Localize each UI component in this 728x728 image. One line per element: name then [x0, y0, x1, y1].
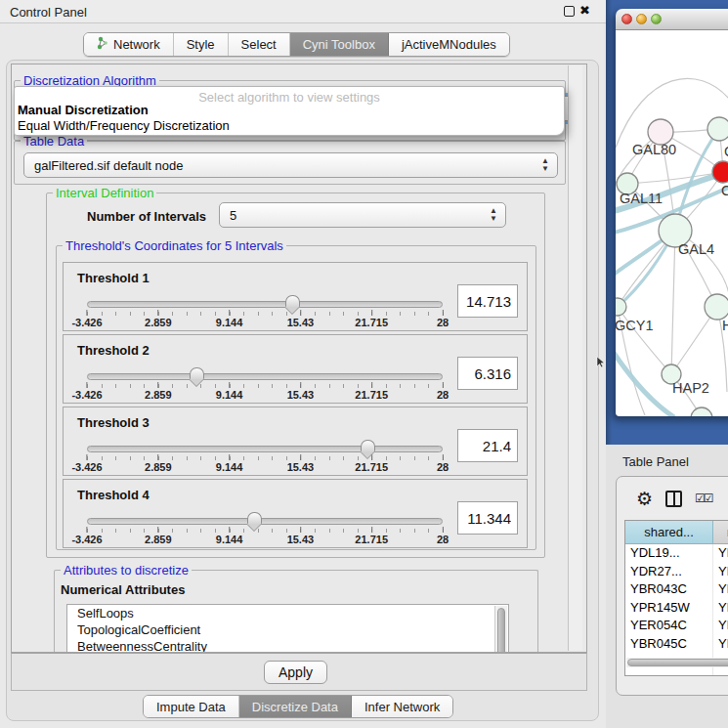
network-node[interactable] [705, 294, 728, 320]
cell-shared-name[interactable]: YBR043C [625, 580, 713, 599]
table-data-combobox[interactable]: galFiltered.sif default node ▲▼ [23, 152, 558, 178]
cell-name[interactable]: YBR0 [713, 635, 728, 654]
threshold-value-input[interactable] [457, 501, 518, 535]
algorithm-dropdown-popup: Select algorithm to view settings Manual… [14, 86, 565, 136]
cell-name[interactable]: YBR0 [713, 580, 728, 599]
tab-cyni-toolbox[interactable]: Cyni Toolbox [290, 33, 389, 56]
cell-shared-name[interactable]: YPR145W [625, 599, 713, 618]
tab-select[interactable]: Select [229, 33, 290, 56]
threshold-slider[interactable]: -3.4262.8599.14415.4321.71528 [87, 367, 443, 401]
numerical-attributes-list[interactable]: SelfLoopsTopologicalCoefficientBetweenne… [66, 604, 509, 653]
bottom-tabstrip: Impute Data Discretize Data Infer Networ… [143, 695, 453, 718]
float-window-icon[interactable] [564, 6, 575, 17]
network-edge-thick[interactable] [616, 353, 674, 416]
mac-zoom-button[interactable] [651, 14, 662, 24]
slider-tick-label: 2.859 [145, 527, 172, 545]
column-header-name[interactable]: na [713, 521, 728, 544]
network-node[interactable] [691, 407, 712, 416]
cell-name[interactable]: YLR3 [713, 671, 728, 676]
cell-shared-name[interactable]: YDL19... [625, 544, 713, 563]
network-edge[interactable] [671, 231, 675, 374]
network-node[interactable] [712, 161, 728, 183]
dropdown-option-equal-width[interactable]: Equal Width/Frequency Discretization [15, 118, 564, 134]
table-row[interactable]: YPR145WYPR1 [625, 599, 728, 618]
slider-thumb[interactable] [190, 367, 204, 379]
close-icon[interactable]: ✖ [579, 3, 590, 18]
threshold-slider[interactable]: -3.4262.8599.14415.4321.71528 [87, 440, 443, 473]
slider-tick-label: 2.859 [145, 310, 172, 328]
network-view-window[interactable]: GAL80GACGAL11GAL4GCY1HHAP2 [616, 9, 728, 416]
threshold-slider[interactable]: -3.4262.8599.14415.4321.71528 [87, 295, 443, 328]
select-columns-icon[interactable]: ☑☑ [695, 492, 712, 505]
slider-tick-label: 21.715 [355, 310, 388, 328]
threshold-value-input[interactable] [457, 357, 518, 390]
threshold-value-input[interactable] [457, 429, 518, 462]
column-header-shared[interactable]: shared... [625, 521, 713, 544]
threshold-value-input[interactable] [457, 284, 518, 318]
attribute-list-item[interactable]: BetweennessCentrality [67, 638, 508, 653]
threshold-label: Threshold 4 [77, 488, 150, 502]
cell-shared-name[interactable]: YDR27... [625, 563, 713, 581]
cell-name[interactable]: YPR1 [713, 599, 728, 618]
table-row[interactable]: YBR043CYBR0 [625, 580, 728, 599]
scrollbar-thumb[interactable] [497, 608, 505, 653]
mac-minimize-button[interactable] [636, 14, 647, 24]
apply-button[interactable]: Apply [264, 661, 327, 684]
slider-tick-label: 15.43 [287, 382, 315, 401]
table-data-value: galFiltered.sif default node [34, 158, 183, 173]
tab-infer-network[interactable]: Infer Network [352, 696, 452, 717]
tab-jactivemnodules[interactable]: jActiveMNodules [389, 33, 509, 56]
attribute-list-item[interactable]: TopologicalCoefficient [67, 621, 508, 638]
table-row[interactable]: YER054CYER0 [625, 617, 728, 635]
slider-track[interactable] [87, 301, 443, 308]
attributes-title: Attributes to discretize [61, 563, 192, 578]
network-node-label: HAP2 [672, 380, 709, 396]
table-toolbar: ⚙ ☑☑ [617, 477, 728, 520]
dropdown-option-manual[interactable]: Manual Discretization [15, 103, 564, 118]
table-row[interactable]: YDL19...YDL1 [625, 544, 728, 563]
threshold-slider[interactable]: -3.4262.8599.14415.4321.71528 [87, 512, 443, 545]
apply-bar: Apply [11, 653, 587, 691]
slider-tick-label: 2.859 [145, 382, 172, 401]
table-row[interactable]: YDR27...YDR2 [625, 563, 728, 581]
num-intervals-combobox[interactable]: 5 ▲▼ [219, 202, 506, 228]
tab-label: Network [113, 37, 160, 52]
scrollbar-thumb[interactable] [627, 659, 728, 666]
cell-name[interactable]: YDR2 [713, 563, 728, 581]
dropdown-placeholder-item[interactable]: Select algorithm to view settings [15, 87, 564, 103]
slider-track[interactable] [87, 373, 443, 380]
network-node[interactable] [707, 117, 728, 141]
control-panel-titlebar: Control Panel ✖ [0, 0, 606, 23]
tab-impute-data[interactable]: Impute Data [144, 696, 239, 717]
settings-gear-icon[interactable]: ⚙ [636, 488, 653, 510]
top-tabstrip: Network Style Select Cyni Toolbox jActiv… [83, 32, 510, 57]
slider-thumb[interactable] [247, 512, 262, 524]
table-horizontal-scrollbar[interactable] [626, 658, 728, 667]
tab-label: Infer Network [364, 700, 440, 714]
slider-track[interactable] [87, 446, 443, 452]
cell-name[interactable]: YDL1 [713, 544, 728, 563]
network-canvas[interactable]: GAL80GACGAL11GAL4GCY1HHAP2 [616, 30, 728, 416]
cell-shared-name[interactable]: YLR345W [625, 671, 713, 676]
attribute-list-item[interactable]: SelfLoops [67, 605, 508, 621]
tab-style[interactable]: Style [174, 33, 229, 56]
table-row[interactable]: YLR345WYLR3 [625, 671, 728, 676]
threshold-panel: Threshold 2-3.4262.8599.14415.4321.71528 [63, 334, 528, 404]
slider-thumb[interactable] [361, 440, 375, 451]
slider-track[interactable] [87, 518, 443, 525]
cell-shared-name[interactable]: YBR045C [625, 635, 713, 654]
cell-name[interactable]: YER0 [713, 617, 728, 635]
mac-close-button[interactable] [621, 14, 632, 24]
network-icon [97, 36, 108, 53]
tab-label: Discretize Data [252, 700, 338, 714]
tab-discretize-data[interactable]: Discretize Data [239, 696, 352, 717]
attributes-scrollbar[interactable] [494, 606, 507, 653]
tab-label: jActiveMNodules [402, 37, 496, 52]
table-row[interactable]: YBR045CYBR0 [625, 635, 728, 654]
network-window-titlebar[interactable] [616, 9, 728, 30]
panel-vertical-scrollbar[interactable] [568, 65, 582, 651]
slider-thumb[interactable] [285, 295, 300, 307]
split-columns-icon[interactable] [665, 491, 682, 507]
tab-network[interactable]: Network [84, 33, 174, 56]
cell-shared-name[interactable]: YER054C [625, 617, 713, 635]
